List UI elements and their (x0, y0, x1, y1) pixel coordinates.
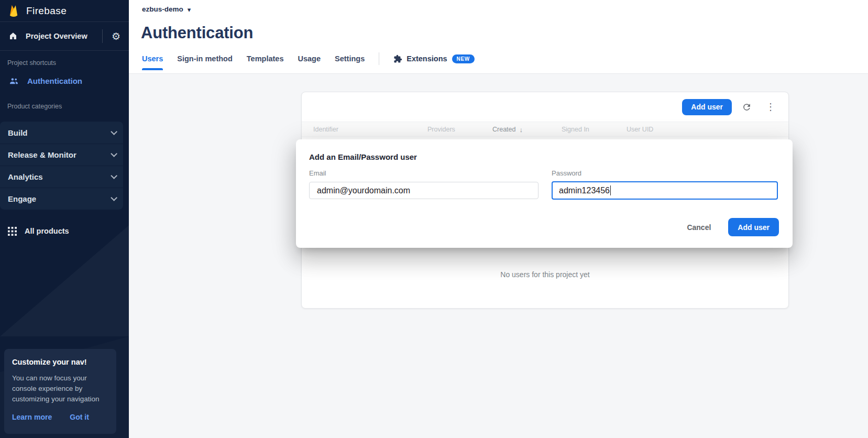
home-icon (8, 31, 18, 41)
divider (102, 29, 103, 43)
learn-more-link[interactable]: Learn more (12, 413, 52, 421)
column-header-created[interactable]: Created ↓ (492, 126, 562, 134)
promo-body: You can now focus your console experienc… (12, 373, 109, 404)
chevron-down-icon (111, 172, 117, 179)
column-header-label: Created (492, 126, 515, 133)
password-field[interactable]: admin123456 (552, 181, 778, 200)
sidebar-item-engage[interactable]: Engage (0, 188, 123, 210)
column-header-signed-in: Signed In (562, 126, 627, 133)
sidebar-item-label: Project Overview (26, 32, 102, 40)
accordion-label: Analytics (8, 172, 111, 181)
tab-users[interactable]: Users (142, 54, 163, 63)
add-user-button[interactable]: Add user (682, 99, 732, 115)
tab-settings[interactable]: Settings (335, 54, 365, 63)
people-icon (8, 75, 19, 86)
sidebar-item-authentication[interactable]: Authentication (0, 72, 129, 89)
text-cursor (610, 185, 611, 195)
tab-bar: Users Sign-in method Templates Usage Set… (142, 52, 475, 65)
empty-state-message: No users for this project yet (302, 270, 788, 279)
active-tab-underline (142, 68, 163, 70)
sidebar-item-build[interactable]: Build (0, 122, 123, 144)
customize-nav-promo: Customize your nav! You can now focus yo… (4, 349, 116, 434)
email-label: Email (309, 169, 326, 177)
password-label: Password (552, 169, 581, 177)
tab-usage[interactable]: Usage (298, 54, 321, 63)
chevron-down-icon (111, 194, 117, 201)
puzzle-icon (393, 54, 402, 63)
project-selector[interactable]: ezbus-demo ▾ (142, 5, 191, 13)
sidebar-item-label: All products (25, 227, 69, 235)
cancel-button[interactable]: Cancel (687, 223, 711, 232)
users-table-header: Identifier Providers Created ↓ Signed In… (302, 122, 788, 137)
section-label-product-categories: Product categories (7, 103, 62, 110)
product-categories-accordion: Build Release & Monitor Analytics Engage (0, 122, 123, 210)
email-field[interactable] (309, 182, 539, 199)
dialog-actions: Cancel Add user (687, 218, 779, 236)
promo-title: Customize your nav! (12, 358, 108, 366)
header-divider (129, 73, 868, 74)
column-header-identifier: Identifier (313, 126, 427, 133)
more-options-button[interactable]: ⋮ (761, 97, 780, 116)
chevron-down-icon (111, 128, 117, 135)
sort-descending-icon: ↓ (519, 126, 523, 134)
project-settings-gear-icon[interactable]: ⚙ (112, 31, 120, 41)
users-toolbar: Add user ⋮ (302, 92, 788, 122)
main-content: ezbus-demo ▾ Authentication Users Sign-i… (129, 0, 868, 438)
sidebar-item-label: Authentication (27, 76, 82, 85)
grid-icon (8, 227, 17, 236)
project-name: ezbus-demo (142, 5, 183, 13)
sidebar-item-project-overview[interactable]: Project Overview ⚙ (0, 22, 129, 51)
brand-title: Firebase (26, 5, 67, 17)
accordion-label: Build (8, 128, 111, 137)
firebase-console: Firebase Project Overview ⚙ Project shor… (0, 0, 868, 438)
column-header-providers: Providers (427, 126, 492, 133)
sidebar-item-analytics[interactable]: Analytics (0, 166, 123, 188)
accordion-label: Engage (8, 194, 111, 203)
tab-extensions[interactable]: Extensions NEW (393, 54, 475, 63)
tab-templates[interactable]: Templates (247, 54, 284, 63)
sidebar: Firebase Project Overview ⚙ Project shor… (0, 0, 129, 438)
sidebar-decoration (0, 225, 129, 336)
refresh-button[interactable] (737, 97, 756, 116)
sidebar-item-all-products[interactable]: All products (0, 223, 129, 239)
tab-extensions-label: Extensions (406, 54, 447, 63)
tab-sign-in-method[interactable]: Sign-in method (177, 54, 233, 63)
got-it-button[interactable]: Got it (70, 413, 89, 421)
tab-divider (379, 52, 379, 65)
add-user-dialog: Add an Email/Password user Email Passwor… (296, 139, 793, 248)
column-header-user-uid: User UID (627, 126, 788, 133)
page-title: Authentication (141, 24, 253, 42)
accordion-label: Release & Monitor (8, 150, 111, 159)
firebase-logo-icon (8, 4, 19, 18)
dialog-add-user-button[interactable]: Add user (728, 218, 779, 236)
password-value: admin123456 (559, 186, 610, 195)
dropdown-arrow-icon: ▾ (188, 6, 191, 13)
chevron-down-icon (111, 150, 117, 157)
section-label-project-shortcuts: Project shortcuts (7, 59, 56, 67)
sidebar-item-release-monitor[interactable]: Release & Monitor (0, 144, 123, 166)
new-badge: NEW (452, 54, 475, 63)
firebase-brand[interactable]: Firebase (0, 0, 129, 22)
dialog-title: Add an Email/Password user (309, 152, 417, 161)
